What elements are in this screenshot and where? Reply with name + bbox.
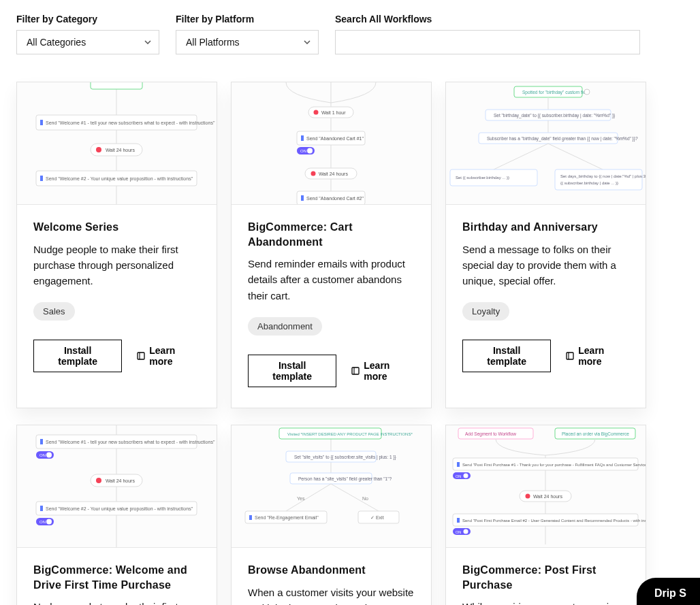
workflow-preview: Wait 1 hour Send "Abandoned Cart #1" ON …	[232, 82, 431, 205]
svg-point-52	[46, 452, 52, 457]
workflow-card: Send "Welcome #1 - tell your new subscri…	[16, 82, 217, 408]
workflow-description: When a customer visits your website mult…	[248, 585, 415, 605]
svg-text:Yes: Yes	[297, 496, 305, 501]
workflow-preview: Send "Welcome #1 - tell your new subscri…	[17, 425, 217, 548]
svg-rect-45	[567, 353, 573, 359]
svg-point-15	[314, 110, 319, 115]
svg-rect-1	[91, 82, 142, 89]
svg-text:Send "Post First Purchase #1 -: Send "Post First Purchase #1 - Thank you…	[462, 463, 646, 467]
learn-more-label: Learn more	[149, 345, 200, 367]
learn-more-link[interactable]: Learn more	[137, 345, 200, 367]
learn-more-label: Learn more	[364, 360, 415, 382]
svg-text:ON: ON	[456, 530, 461, 534]
svg-rect-92	[457, 518, 460, 523]
svg-rect-49	[40, 439, 43, 444]
svg-rect-73	[249, 515, 252, 520]
install-template-button[interactable]: Install template	[462, 340, 551, 372]
svg-text:Wait 24 hours: Wait 24 hours	[106, 148, 135, 152]
workflow-preview: Add Segment to Workflow Placed an order …	[446, 425, 646, 548]
svg-text:Set {{ subscriber.birthday ...: Set {{ subscriber.birthday ... }}	[456, 176, 509, 180]
svg-text:Wait 24 hours: Wait 24 hours	[319, 171, 348, 176]
svg-text:Person has a "site_visits" fie: Person has a "site_visits" field greater…	[298, 476, 392, 482]
workflow-description: Send a message to folks on their special…	[462, 242, 629, 289]
svg-text:Wait 24 hours: Wait 24 hours	[106, 478, 135, 483]
platform-select[interactable]: All Platforms	[176, 30, 319, 54]
install-template-button[interactable]: Install template	[33, 340, 122, 372]
svg-point-89	[526, 493, 530, 498]
svg-point-33	[584, 89, 590, 95]
learn-more-label: Learn more	[578, 345, 629, 367]
svg-rect-18	[301, 135, 304, 141]
svg-text:Send "Abandoned Cart #2": Send "Abandoned Cart #2"	[306, 196, 364, 201]
workflow-tag: Loyalty	[462, 302, 509, 321]
svg-text:Send "Welcome #1 - tell your n: Send "Welcome #1 - tell your new subscri…	[46, 120, 215, 126]
svg-text:✓  Exit: ✓ Exit	[370, 515, 384, 520]
workflow-tag: Abandonment	[248, 317, 322, 336]
svg-text:Placed an order via BigCommerc: Placed an order via BigCommerce	[562, 431, 629, 437]
workflow-card: Add Segment to Workflow Placed an order …	[445, 425, 646, 605]
svg-text:Add Segment to Workflow: Add Segment to Workflow	[465, 431, 516, 437]
category-select[interactable]: All Categories	[16, 30, 159, 54]
workflow-preview: Spotted for "birthday" custom field Set …	[446, 82, 646, 205]
svg-point-24	[311, 171, 316, 176]
workflow-tag: Sales	[33, 302, 75, 321]
learn-more-link[interactable]: Learn more	[566, 345, 629, 367]
svg-text:Send "Welcome #1 - tell your n: Send "Welcome #1 - tell your new subscri…	[46, 440, 215, 445]
workflow-title: BigCommerce: Cart Abandonment	[248, 220, 415, 249]
svg-rect-11	[138, 353, 144, 359]
platform-filter-label: Filter by Platform	[176, 14, 319, 24]
book-icon	[351, 367, 360, 375]
workflow-card: Visited *INSERT DESIRED ANY PRODUCT PAGE…	[231, 425, 432, 605]
svg-text:Send "Welcome #2 - Your unique: Send "Welcome #2 - Your unique value pro…	[46, 506, 193, 512]
learn-more-link[interactable]: Learn more	[351, 360, 415, 382]
svg-point-95	[464, 529, 468, 534]
svg-rect-29	[352, 367, 359, 374]
svg-text:Visited *INSERT DESIRED ANY PR: Visited *INSERT DESIRED ANY PRODUCT PAGE…	[287, 432, 413, 436]
svg-text:Send "Abandoned Cart #1": Send "Abandoned Cart #1"	[306, 136, 364, 141]
svg-text:ON: ON	[456, 474, 461, 478]
svg-rect-83	[457, 462, 460, 467]
workflow-card: Wait 1 hour Send "Abandoned Cart #1" ON …	[231, 82, 432, 408]
workflow-description: Nudge people to make their first purchas…	[33, 242, 200, 289]
svg-point-55	[96, 478, 101, 483]
workflow-title: BigCommerce: Post First Purchase	[462, 563, 629, 592]
workflow-title: BigCommerce: Welcome and Drive First Tim…	[33, 563, 200, 592]
workflow-title: Birthday and Anniversary	[462, 220, 629, 235]
workflow-card: Send "Welcome #1 - tell your new subscri…	[16, 425, 217, 605]
workflow-description: Send reminder emails with product detail…	[248, 256, 415, 304]
svg-text:ON: ON	[39, 453, 46, 457]
book-icon	[137, 352, 145, 360]
workflow-card: Spotted for "birthday" custom field Set …	[445, 82, 646, 408]
svg-point-6	[96, 147, 101, 152]
workflow-title: Welcome Series	[33, 220, 200, 235]
svg-text:No: No	[362, 496, 368, 501]
workflow-preview: Visited *INSERT DESIRED ANY PRODUCT PAGE…	[232, 425, 431, 548]
svg-text:Send "Re-Engagement Email": Send "Re-Engagement Email"	[255, 515, 319, 521]
svg-text:Wait 24 hours: Wait 24 hours	[533, 494, 562, 499]
svg-text:Send "Post First Purchase Emai: Send "Post First Purchase Email #2 - Use…	[462, 519, 646, 523]
svg-text:ON: ON	[39, 520, 46, 524]
svg-rect-27	[301, 195, 304, 201]
svg-text:Spotted for "birthday" custom : Spotted for "birthday" custom field	[522, 90, 589, 95]
category-filter-label: Filter by Category	[16, 14, 159, 24]
workflow-preview: Send "Welcome #1 - tell your new subscri…	[17, 82, 217, 205]
svg-rect-9	[40, 176, 43, 181]
svg-text:Wait 1 hour: Wait 1 hour	[321, 110, 346, 115]
install-template-button[interactable]: Install template	[248, 355, 336, 387]
book-icon	[566, 352, 574, 360]
svg-text:Set "site_visits" to {{ subscr: Set "site_visits" to {{ subscriber.site_…	[294, 455, 397, 460]
workflow-title: Browse Abandonment	[248, 563, 415, 578]
svg-rect-58	[40, 506, 43, 511]
search-label: Search All Workflows	[335, 14, 640, 24]
svg-text:Subscriber has a "birthday_dat: Subscriber has a "birthday_date" field g…	[487, 136, 638, 142]
svg-point-61	[46, 519, 52, 524]
chat-bubble[interactable]: Drip S	[637, 578, 700, 605]
svg-point-21	[307, 148, 313, 154]
search-input[interactable]	[335, 30, 640, 54]
svg-text:Set "birthday_date" to {{ subs: Set "birthday_date" to {{ subscriber.bir…	[494, 113, 616, 118]
workflow-description: Nudge people to make their first purchas…	[33, 599, 200, 605]
svg-text:Send "Welcome #2 - Your unique: Send "Welcome #2 - Your unique value pro…	[46, 176, 193, 182]
svg-rect-3	[40, 120, 43, 125]
svg-rect-42	[555, 169, 642, 190]
svg-text:ON: ON	[300, 149, 306, 153]
